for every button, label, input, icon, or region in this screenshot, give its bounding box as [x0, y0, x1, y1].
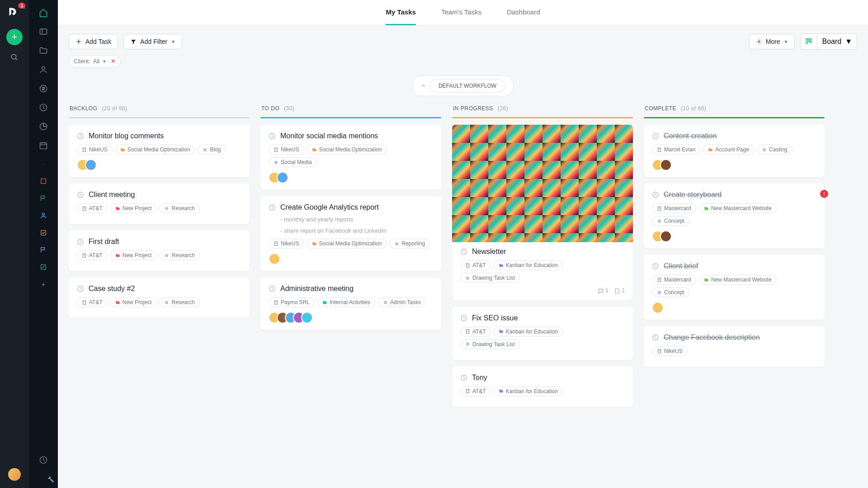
tag[interactable]: Internal Activities: [317, 297, 375, 307]
tag[interactable]: Mastercard: [652, 203, 696, 213]
users-icon[interactable]: [39, 65, 48, 74]
tag[interactable]: NikeUS: [269, 239, 304, 249]
tag[interactable]: AT&T: [460, 260, 491, 270]
tag[interactable]: Mastercard: [652, 275, 696, 285]
avatar[interactable]: [277, 172, 288, 183]
task-card[interactable]: Monitor social media mentionsNikeUSSocia…: [260, 125, 441, 190]
task-card[interactable]: Fix SEO issueAT&TKanban for EducationDra…: [452, 307, 633, 360]
tag[interactable]: NikeUS: [77, 145, 113, 155]
tag[interactable]: Research: [159, 203, 199, 213]
tag[interactable]: Account Page: [703, 145, 754, 155]
tag[interactable]: Social Media Optimization: [307, 239, 387, 249]
user-avatar[interactable]: [8, 468, 21, 481]
tag[interactable]: Concept: [652, 216, 689, 226]
tag[interactable]: Social Media Optimization: [115, 145, 195, 155]
nav-flag-icon[interactable]: [40, 195, 47, 202]
task-card[interactable]: Create storyboardMastercardNew Mastercar…: [644, 183, 825, 249]
task-card[interactable]: Create Google Analytics report- monthly …: [260, 196, 441, 271]
task-card[interactable]: Content creationMarcel EvianAccount Page…: [644, 125, 825, 177]
tag[interactable]: Admin Tasks: [378, 297, 426, 307]
tag[interactable]: Blog: [198, 145, 226, 155]
search-icon[interactable]: [10, 53, 19, 61]
tag[interactable]: Social Media: [269, 157, 317, 167]
tag[interactable]: Concept: [652, 287, 689, 297]
tab-dashboard[interactable]: Dashboard: [507, 0, 540, 25]
nav-user-blue-icon[interactable]: [40, 212, 47, 219]
tag[interactable]: New Project: [110, 297, 157, 307]
clock-icon: [77, 191, 84, 198]
avatar[interactable]: [660, 230, 672, 242]
task-card[interactable]: Case study #2AT&TNew ProjectResearch: [69, 277, 250, 318]
task-card[interactable]: TonyAT&TKanban for Education: [452, 366, 633, 407]
tab-team-s-tasks[interactable]: Team's Tasks: [441, 0, 481, 25]
time-icon[interactable]: [39, 103, 48, 112]
tag[interactable]: AT&T: [77, 250, 108, 260]
more-button[interactable]: More ▼: [749, 34, 795, 49]
task-card[interactable]: NewsletterAT&TKanban for EducationDrawin…: [452, 125, 633, 300]
tag[interactable]: Kanban for Education: [494, 386, 563, 396]
view-toggle: Board ▼: [800, 33, 857, 50]
tag[interactable]: Drawing Task List: [460, 273, 520, 283]
tag[interactable]: Kanban for Education: [494, 327, 563, 337]
money-icon[interactable]: [39, 84, 48, 93]
settings-icon[interactable]: 🔧: [47, 476, 54, 483]
folder-icon[interactable]: [39, 46, 48, 55]
tag[interactable]: New Project: [110, 250, 157, 260]
tag[interactable]: AT&T: [460, 386, 491, 396]
add-task-button[interactable]: Add Task: [69, 34, 118, 49]
task-card[interactable]: Client briefMastercardNew Mastercard Web…: [644, 255, 825, 320]
avatar[interactable]: [652, 302, 664, 314]
filter-chip-client[interactable]: Client: All ▼ ✕: [69, 55, 121, 67]
add-filter-button[interactable]: Add Filter ▼: [123, 34, 182, 49]
tag[interactable]: AT&T: [77, 203, 108, 213]
nav-secondary: ︿ + 🔧: [29, 0, 58, 488]
task-card[interactable]: Monitor blog commentsNikeUSSocial Media …: [69, 125, 250, 177]
app-logo[interactable]: 1: [6, 5, 23, 22]
close-icon[interactable]: ✕: [111, 58, 116, 65]
building-icon: [657, 147, 662, 152]
nav-pin-red-icon[interactable]: [40, 178, 47, 185]
tag[interactable]: New Mastercard Website: [699, 203, 777, 213]
nav-note-icon[interactable]: [40, 263, 47, 271]
tag[interactable]: Marcel Evian: [652, 145, 700, 155]
tag[interactable]: Social Media Optimization: [307, 145, 387, 155]
tag[interactable]: New Project: [110, 203, 157, 213]
nav-divider[interactable]: ︿: [41, 160, 46, 168]
tag[interactable]: Drawing Task List: [460, 339, 520, 349]
tag[interactable]: AT&T: [77, 297, 108, 307]
avatar[interactable]: [660, 159, 672, 171]
card-title: Monitor blog comments: [89, 132, 164, 140]
building-icon: [274, 300, 278, 305]
nav-check-icon[interactable]: [40, 229, 47, 236]
avatar[interactable]: [85, 159, 97, 171]
task-card[interactable]: Administrative meetingPaymo SRLInternal …: [260, 277, 441, 330]
board-view-dropdown[interactable]: Board ▼: [817, 33, 857, 50]
calendar-icon[interactable]: [39, 141, 48, 150]
nav-flag-purple-icon[interactable]: [40, 246, 47, 253]
tag[interactable]: Research: [159, 250, 199, 260]
nav-add-icon[interactable]: +: [41, 281, 45, 289]
task-card[interactable]: First draftAT&TNew ProjectResearch: [69, 230, 250, 271]
tag[interactable]: Casting: [757, 145, 793, 155]
tag[interactable]: Reporting: [389, 239, 430, 249]
tag[interactable]: Paymo SRL: [269, 297, 315, 307]
timer-icon[interactable]: [39, 455, 48, 465]
task-card[interactable]: Client meetingAT&TNew ProjectResearch: [69, 183, 250, 224]
tag[interactable]: Kanban for Education: [494, 260, 563, 270]
tag[interactable]: NikeUS: [269, 145, 304, 155]
tab-my-tasks[interactable]: My Tasks: [386, 0, 415, 25]
tag[interactable]: AT&T: [460, 327, 491, 337]
avatar[interactable]: [301, 312, 313, 324]
projects-icon[interactable]: [39, 27, 48, 36]
reports-icon[interactable]: [39, 122, 48, 131]
add-button[interactable]: +: [6, 29, 23, 45]
board-view-icon[interactable]: [800, 33, 817, 50]
workflow-chip[interactable]: DEFAULT WORKFLOW: [412, 75, 514, 96]
avatar[interactable]: [269, 253, 280, 265]
home-icon[interactable]: [39, 8, 48, 17]
task-card[interactable]: Change Facebook descriptionNikeUS: [644, 326, 825, 367]
avatar-group: [269, 253, 433, 265]
tag[interactable]: NikeUS: [652, 346, 688, 356]
tag[interactable]: New Mastercard Website: [699, 275, 777, 285]
tag[interactable]: Research: [159, 297, 199, 307]
